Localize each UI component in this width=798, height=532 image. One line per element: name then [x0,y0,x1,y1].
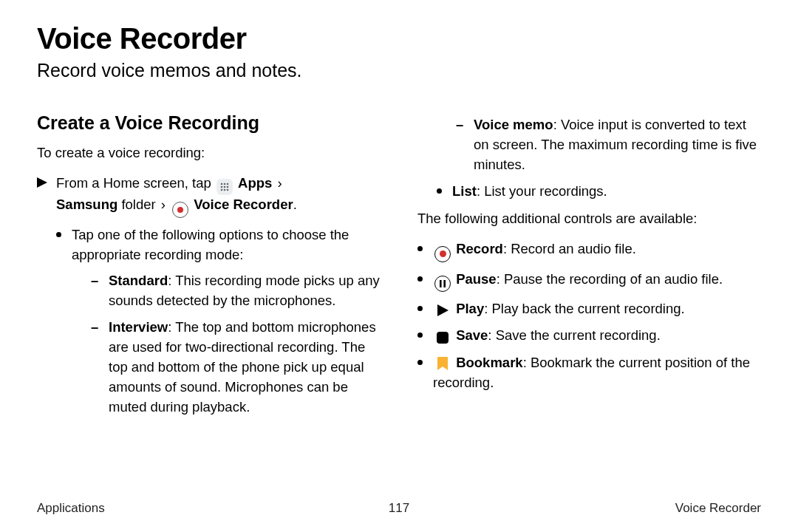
standard-label: Standard [109,273,168,288]
svg-point-6 [227,186,229,188]
record-desc: : Record an audio file. [503,241,636,256]
svg-point-2 [224,183,226,185]
mode-prompt: Tap one of the following options to choo… [72,227,349,262]
svg-point-4 [221,186,223,188]
samsung-folder-label: Samsung [56,197,117,212]
step-prefix: From a Home screen, tap [56,175,215,191]
left-column: Create a Voice Recording To create a voi… [37,109,381,432]
voice-recorder-label: Voice Recorder [194,197,293,212]
controls-intro: The following additional controls are av… [417,209,761,229]
bookmark-label: Bookmark [456,355,522,370]
list-item: Bookmark: Bookmark the current position … [417,353,761,393]
folder-word: folder [117,197,155,212]
bookmark-icon [434,355,451,372]
svg-marker-12 [437,304,449,316]
chevron-right-icon: › [277,175,282,191]
list-item: Play: Play back the current recording. [417,299,761,319]
svg-point-7 [221,189,223,191]
voice-recorder-icon [172,202,188,218]
bullet-icon [437,188,442,194]
list-item: Record: Record an audio file. [417,239,761,262]
list-item: – Voice memo: Voice input is converted t… [456,115,761,174]
svg-marker-0 [37,177,47,188]
voicememo-label: Voice memo [474,117,553,132]
bullet-icon [417,332,423,338]
bullet-icon [417,360,423,365]
page-number: 117 [389,501,409,516]
step-navigation: From a Home screen, tap Apps › Samsung f… [37,174,381,218]
apps-label: Apps [238,175,272,191]
play-label: Play [456,301,484,316]
save-desc: : Save the current recording. [488,327,660,343]
play-desc: : Play back the current recording. [484,301,684,316]
list-item: Tap one of the following options to choo… [56,225,381,424]
step-text: From a Home screen, tap Apps › Samsung f… [56,174,297,218]
list-label: List [452,183,477,199]
bullet-icon [417,276,423,282]
chevron-right-icon: › [161,197,166,212]
two-column-layout: Create a Voice Recording To create a voi… [37,109,761,432]
svg-point-1 [221,183,223,185]
list-desc: : List your recordings. [477,183,607,199]
svg-rect-11 [443,280,446,287]
list-item: – Interview: The top and bottom micropho… [91,318,381,417]
page-content: Voice Recorder Record voice memos and no… [0,0,798,484]
right-column: – Voice memo: Voice input is converted t… [417,109,761,432]
apps-icon [216,179,233,195]
bullet-icon [417,306,423,311]
dash-icon: – [91,271,100,311]
dash-icon: – [91,318,100,417]
save-label: Save [456,327,488,343]
pause-icon [434,276,451,292]
save-icon [434,330,451,346]
list-item: List: List your recordings. [437,182,761,202]
bullet-icon [56,232,61,237]
record-icon [434,246,451,262]
bullet-icon [417,246,423,251]
footer-left: Applications [37,501,105,516]
list-item: Pause: Pause the recording of an audio f… [417,270,761,292]
intro-text: To create a voice recording: [37,143,381,163]
section-heading: Create a Voice Recording [37,109,381,136]
svg-rect-10 [440,280,442,287]
interview-label: Interview [109,319,168,335]
pause-desc: : Pause the recording of an audio file. [497,271,723,287]
list-item: Save: Save the current recording. [417,326,761,346]
page-title: Voice Recorder [37,22,761,55]
svg-point-9 [227,189,229,191]
page-subtitle: Record voice memos and notes. [37,60,761,81]
svg-point-3 [227,183,229,185]
play-marker-icon [37,174,47,218]
svg-point-5 [224,186,226,188]
list-item: – Standard: This recording mode picks up… [91,271,381,311]
pause-label: Pause [456,271,497,287]
footer-right: Voice Recorder [675,501,761,516]
svg-point-8 [224,189,226,191]
dash-icon: – [456,115,465,174]
record-label: Record [456,241,503,256]
play-icon [434,302,451,318]
page-footer: Applications 117 Voice Recorder [37,501,761,516]
